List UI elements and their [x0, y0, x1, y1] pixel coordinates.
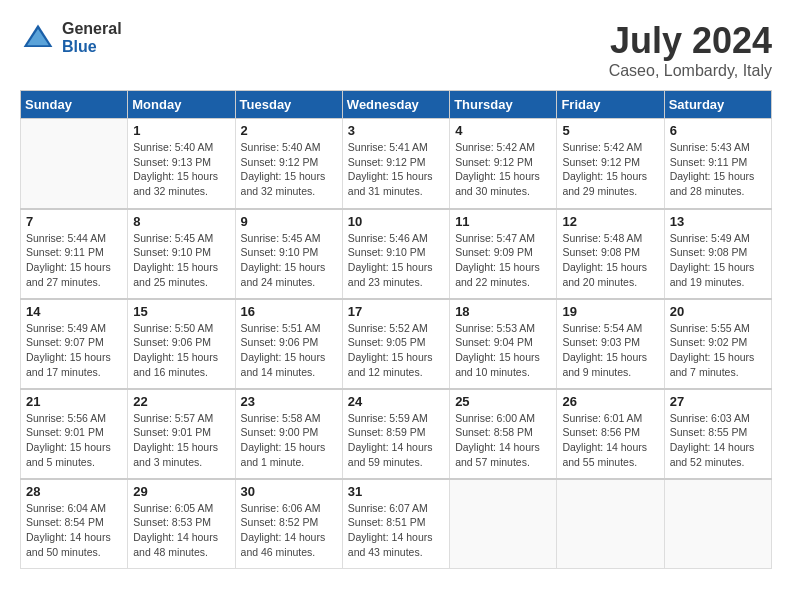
calendar-cell: 30Sunrise: 6:06 AM Sunset: 8:52 PM Dayli… [235, 479, 342, 569]
calendar-cell [664, 479, 771, 569]
calendar-cell: 26Sunrise: 6:01 AM Sunset: 8:56 PM Dayli… [557, 389, 664, 479]
calendar-cell: 23Sunrise: 5:58 AM Sunset: 9:00 PM Dayli… [235, 389, 342, 479]
weekday-header-tuesday: Tuesday [235, 91, 342, 119]
day-number: 30 [241, 484, 337, 499]
logo-blue: Blue [62, 38, 122, 56]
calendar-cell: 10Sunrise: 5:46 AM Sunset: 9:10 PM Dayli… [342, 209, 449, 299]
day-info: Sunrise: 5:42 AM Sunset: 9:12 PM Dayligh… [455, 140, 551, 199]
day-number: 13 [670, 214, 766, 229]
day-info: Sunrise: 6:07 AM Sunset: 8:51 PM Dayligh… [348, 501, 444, 560]
weekday-header-friday: Friday [557, 91, 664, 119]
calendar-cell: 9Sunrise: 5:45 AM Sunset: 9:10 PM Daylig… [235, 209, 342, 299]
day-number: 6 [670, 123, 766, 138]
calendar-cell: 25Sunrise: 6:00 AM Sunset: 8:58 PM Dayli… [450, 389, 557, 479]
calendar-cell: 4Sunrise: 5:42 AM Sunset: 9:12 PM Daylig… [450, 119, 557, 209]
calendar-week-row: 1Sunrise: 5:40 AM Sunset: 9:13 PM Daylig… [21, 119, 772, 209]
day-info: Sunrise: 6:05 AM Sunset: 8:53 PM Dayligh… [133, 501, 229, 560]
day-info: Sunrise: 5:49 AM Sunset: 9:08 PM Dayligh… [670, 231, 766, 290]
calendar-cell: 13Sunrise: 5:49 AM Sunset: 9:08 PM Dayli… [664, 209, 771, 299]
calendar-cell [21, 119, 128, 209]
day-info: Sunrise: 5:46 AM Sunset: 9:10 PM Dayligh… [348, 231, 444, 290]
day-number: 7 [26, 214, 122, 229]
day-info: Sunrise: 5:58 AM Sunset: 9:00 PM Dayligh… [241, 411, 337, 470]
calendar-table: SundayMondayTuesdayWednesdayThursdayFrid… [20, 90, 772, 569]
calendar-cell: 3Sunrise: 5:41 AM Sunset: 9:12 PM Daylig… [342, 119, 449, 209]
day-number: 25 [455, 394, 551, 409]
calendar-cell [557, 479, 664, 569]
calendar-cell: 31Sunrise: 6:07 AM Sunset: 8:51 PM Dayli… [342, 479, 449, 569]
day-number: 21 [26, 394, 122, 409]
logo-text: General Blue [62, 20, 122, 55]
day-info: Sunrise: 5:43 AM Sunset: 9:11 PM Dayligh… [670, 140, 766, 199]
day-info: Sunrise: 5:40 AM Sunset: 9:12 PM Dayligh… [241, 140, 337, 199]
day-info: Sunrise: 5:56 AM Sunset: 9:01 PM Dayligh… [26, 411, 122, 470]
day-number: 19 [562, 304, 658, 319]
day-number: 20 [670, 304, 766, 319]
day-info: Sunrise: 5:47 AM Sunset: 9:09 PM Dayligh… [455, 231, 551, 290]
calendar-cell: 21Sunrise: 5:56 AM Sunset: 9:01 PM Dayli… [21, 389, 128, 479]
location: Caseo, Lombardy, Italy [609, 62, 772, 80]
weekday-header-wednesday: Wednesday [342, 91, 449, 119]
day-info: Sunrise: 5:42 AM Sunset: 9:12 PM Dayligh… [562, 140, 658, 199]
weekday-header-row: SundayMondayTuesdayWednesdayThursdayFrid… [21, 91, 772, 119]
month-title: July 2024 [609, 20, 772, 62]
day-info: Sunrise: 5:41 AM Sunset: 9:12 PM Dayligh… [348, 140, 444, 199]
calendar-week-row: 28Sunrise: 6:04 AM Sunset: 8:54 PM Dayli… [21, 479, 772, 569]
day-info: Sunrise: 5:57 AM Sunset: 9:01 PM Dayligh… [133, 411, 229, 470]
day-number: 28 [26, 484, 122, 499]
day-number: 31 [348, 484, 444, 499]
day-info: Sunrise: 6:03 AM Sunset: 8:55 PM Dayligh… [670, 411, 766, 470]
day-number: 9 [241, 214, 337, 229]
day-number: 14 [26, 304, 122, 319]
day-info: Sunrise: 6:04 AM Sunset: 8:54 PM Dayligh… [26, 501, 122, 560]
weekday-header-thursday: Thursday [450, 91, 557, 119]
weekday-header-monday: Monday [128, 91, 235, 119]
title-block: July 2024 Caseo, Lombardy, Italy [609, 20, 772, 80]
calendar-week-row: 7Sunrise: 5:44 AM Sunset: 9:11 PM Daylig… [21, 209, 772, 299]
logo-general: General [62, 20, 122, 38]
calendar-body: 1Sunrise: 5:40 AM Sunset: 9:13 PM Daylig… [21, 119, 772, 569]
calendar-cell: 14Sunrise: 5:49 AM Sunset: 9:07 PM Dayli… [21, 299, 128, 389]
day-info: Sunrise: 5:51 AM Sunset: 9:06 PM Dayligh… [241, 321, 337, 380]
day-info: Sunrise: 5:44 AM Sunset: 9:11 PM Dayligh… [26, 231, 122, 290]
calendar-header: SundayMondayTuesdayWednesdayThursdayFrid… [21, 91, 772, 119]
weekday-header-saturday: Saturday [664, 91, 771, 119]
calendar-cell: 6Sunrise: 5:43 AM Sunset: 9:11 PM Daylig… [664, 119, 771, 209]
calendar-cell: 1Sunrise: 5:40 AM Sunset: 9:13 PM Daylig… [128, 119, 235, 209]
calendar-cell: 12Sunrise: 5:48 AM Sunset: 9:08 PM Dayli… [557, 209, 664, 299]
calendar-week-row: 14Sunrise: 5:49 AM Sunset: 9:07 PM Dayli… [21, 299, 772, 389]
day-info: Sunrise: 5:40 AM Sunset: 9:13 PM Dayligh… [133, 140, 229, 199]
day-info: Sunrise: 5:45 AM Sunset: 9:10 PM Dayligh… [241, 231, 337, 290]
day-number: 15 [133, 304, 229, 319]
calendar-cell: 24Sunrise: 5:59 AM Sunset: 8:59 PM Dayli… [342, 389, 449, 479]
calendar-cell: 7Sunrise: 5:44 AM Sunset: 9:11 PM Daylig… [21, 209, 128, 299]
day-number: 27 [670, 394, 766, 409]
logo: General Blue [20, 20, 122, 56]
day-info: Sunrise: 5:50 AM Sunset: 9:06 PM Dayligh… [133, 321, 229, 380]
calendar-week-row: 21Sunrise: 5:56 AM Sunset: 9:01 PM Dayli… [21, 389, 772, 479]
calendar-cell: 20Sunrise: 5:55 AM Sunset: 9:02 PM Dayli… [664, 299, 771, 389]
day-info: Sunrise: 5:59 AM Sunset: 8:59 PM Dayligh… [348, 411, 444, 470]
calendar-cell: 5Sunrise: 5:42 AM Sunset: 9:12 PM Daylig… [557, 119, 664, 209]
day-number: 3 [348, 123, 444, 138]
day-number: 23 [241, 394, 337, 409]
weekday-header-sunday: Sunday [21, 91, 128, 119]
day-number: 12 [562, 214, 658, 229]
day-number: 10 [348, 214, 444, 229]
calendar-cell: 16Sunrise: 5:51 AM Sunset: 9:06 PM Dayli… [235, 299, 342, 389]
day-info: Sunrise: 5:55 AM Sunset: 9:02 PM Dayligh… [670, 321, 766, 380]
day-info: Sunrise: 5:52 AM Sunset: 9:05 PM Dayligh… [348, 321, 444, 380]
day-number: 22 [133, 394, 229, 409]
day-info: Sunrise: 5:48 AM Sunset: 9:08 PM Dayligh… [562, 231, 658, 290]
page-header: General Blue July 2024 Caseo, Lombardy, … [20, 20, 772, 80]
logo-icon [20, 20, 56, 56]
day-info: Sunrise: 6:00 AM Sunset: 8:58 PM Dayligh… [455, 411, 551, 470]
calendar-cell: 17Sunrise: 5:52 AM Sunset: 9:05 PM Dayli… [342, 299, 449, 389]
day-info: Sunrise: 6:06 AM Sunset: 8:52 PM Dayligh… [241, 501, 337, 560]
day-number: 29 [133, 484, 229, 499]
day-number: 17 [348, 304, 444, 319]
day-number: 1 [133, 123, 229, 138]
calendar-cell: 8Sunrise: 5:45 AM Sunset: 9:10 PM Daylig… [128, 209, 235, 299]
day-info: Sunrise: 5:53 AM Sunset: 9:04 PM Dayligh… [455, 321, 551, 380]
day-number: 24 [348, 394, 444, 409]
